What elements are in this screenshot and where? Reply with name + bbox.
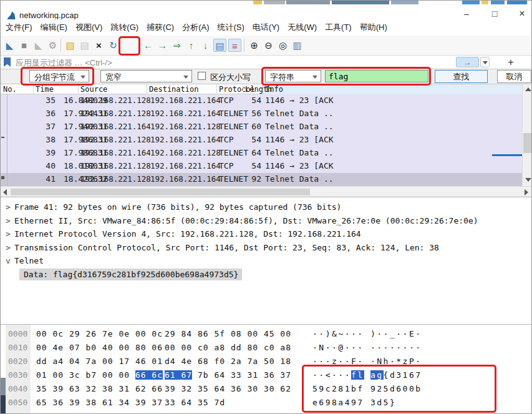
packet-list-header: No. Time Source Destination Protocol Len…	[1, 84, 532, 94]
minimize-button[interactable]: –	[456, 7, 477, 20]
go-back-icon[interactable]: ←	[142, 39, 155, 52]
go-first-icon[interactable]: ↑	[185, 39, 198, 52]
detail-frame[interactable]: > Frame 41: 92 bytes on wire (736 bits),…	[1, 201, 532, 214]
case-sensitive-checkbox[interactable]	[198, 72, 206, 80]
stream-indicator-line	[492, 154, 522, 156]
menu-view[interactable]: 视图(V)	[75, 22, 102, 33]
hex-row-0000[interactable]: 0000 00 0c 29 26 7e 0e 00 0c 29 84 86 5f…	[1, 327, 532, 341]
packet-list-hscrollbar[interactable]	[1, 186, 532, 197]
menu-help[interactable]: 帮助(H)	[360, 22, 387, 33]
bookmark-icon[interactable]	[4, 57, 11, 67]
go-forward-icon[interactable]: →	[156, 39, 169, 52]
column-divider[interactable]	[243, 84, 243, 94]
hex-row-0030[interactable]: 0030 01 00 3c b7 00 00 66 6c 61 67 7b 64…	[1, 368, 532, 382]
menu-telephony[interactable]: 电话(Y)	[253, 22, 279, 33]
cell-no: 40	[31, 161, 56, 170]
hex-row-0040[interactable]: 0040 35 39 63 32 38 31 62 66 39 32 35 64…	[1, 382, 532, 396]
detail-telnet-data-selected[interactable]: Data: flag{d316759c281bf925d600be698a497…	[1, 269, 532, 282]
menu-analyze[interactable]: 分析(A)	[182, 22, 209, 33]
zoom-out-icon[interactable]: ⊖	[262, 39, 275, 52]
column-time[interactable]: Time	[36, 85, 54, 94]
hex-row-0010[interactable]: 0010 00 4e 07 b0 40 00 80 06 00 00 c0 a8…	[1, 341, 532, 355]
display-filter-input[interactable]: 应用显示过滤器 … <Ctrl-/>	[16, 57, 112, 69]
menu-edit[interactable]: 编辑(E)	[41, 22, 67, 33]
detail-ip[interactable]: > Internet Protocol Version 4, Src: 192.…	[1, 228, 532, 241]
ascii-text: e698a497	[312, 398, 364, 407]
detail-telnet[interactable]: v Telnet	[1, 255, 532, 268]
go-to-packet-icon[interactable]: ⇒	[170, 39, 183, 52]
add-filter-button[interactable]: +	[505, 56, 517, 68]
menu-go[interactable]: 跳转(G)	[110, 22, 138, 33]
cell-destination: 192.168.221.164	[150, 135, 221, 144]
start-capture-icon[interactable]: ◣	[3, 39, 16, 52]
packet-row-35[interactable]: 35 16.848029 192.168.221.128 192.168.221…	[1, 94, 522, 107]
search-scope-select[interactable]: 分组字节流	[29, 70, 89, 82]
apply-filter-button[interactable]: →	[456, 57, 479, 67]
expander-icon[interactable]: v	[6, 256, 11, 265]
menu-wireless[interactable]: 无线(W)	[288, 22, 317, 33]
auto-scroll-icon[interactable]: ▤	[213, 39, 226, 52]
filter-history-dropdown[interactable]	[480, 57, 490, 67]
column-divider[interactable]	[263, 84, 263, 94]
vscroll-thumb[interactable]	[523, 133, 532, 153]
column-no[interactable]: No.	[3, 85, 17, 94]
detail-ethernet[interactable]: > Ethernet II, Src: VMware_84:86:5f (00:…	[1, 215, 532, 228]
maximize-button[interactable]: □	[484, 7, 505, 20]
zoom-reset-icon[interactable]: ◎	[276, 39, 289, 52]
resize-columns-icon[interactable]: ▥	[291, 39, 304, 52]
background-artifact	[332, 1, 389, 4]
search-input[interactable]	[325, 70, 428, 82]
menu-statistics[interactable]: 统计(S)	[217, 22, 244, 33]
column-source[interactable]: Source	[80, 85, 107, 94]
column-divider[interactable]	[33, 84, 34, 94]
find-button[interactable]: 查找	[435, 70, 488, 83]
hex-offset: 0010	[8, 341, 27, 355]
capture-options-icon[interactable]: ⚙	[46, 39, 59, 52]
cancel-button[interactable]: 取消	[497, 70, 531, 83]
expander-icon[interactable]: >	[6, 229, 11, 239]
packet-list-vscrollbar[interactable]	[522, 84, 532, 186]
toolbar-separator	[60, 39, 61, 52]
packet-row-37[interactable]: 37 17.940031 192.168.221.164 192.168.221…	[1, 121, 522, 134]
column-destination[interactable]: Destination	[149, 85, 198, 94]
close-file-icon[interactable]: ×	[92, 39, 105, 52]
go-last-icon[interactable]: ↓	[199, 39, 212, 52]
save-file-icon[interactable]: ▤	[78, 39, 91, 52]
restart-capture-icon[interactable]: ◣	[32, 39, 45, 52]
column-divider[interactable]	[216, 84, 217, 94]
packet-row-40[interactable]: 40 18.018031 192.168.221.128 192.168.221…	[1, 160, 522, 173]
expander-icon[interactable]: >	[6, 202, 11, 212]
packet-row-39[interactable]: 39 17.986831 192.168.221.164 192.168.221…	[1, 147, 522, 160]
stop-capture-icon[interactable]: ■	[17, 39, 31, 52]
search-type-select[interactable]: 字符串	[265, 70, 321, 82]
open-file-icon[interactable]: ▨	[64, 39, 77, 52]
zoom-in-icon[interactable]: ⊕	[248, 39, 261, 52]
scroll-right-icon[interactable]	[525, 189, 528, 195]
close-button[interactable]: ×	[511, 7, 532, 20]
menu-capture[interactable]: 捕获(C)	[147, 22, 174, 33]
hex-bytes: 01 00 3c b7 00 00	[36, 370, 135, 380]
hex-row-0020[interactable]: 0020 dd a4 04 7a 00 17 46 01 d4 4e 68 f0…	[1, 355, 532, 368]
column-info[interactable]: Info	[265, 85, 283, 94]
column-divider[interactable]	[147, 84, 147, 94]
detail-text: Frame 41: 92 bytes on wire (736 bits), 9…	[14, 202, 341, 212]
packet-row-41-selected[interactable]: 41 18.423632 192.168.221.128 192.168.221…	[1, 173, 522, 186]
hscroll-thumb[interactable]	[11, 189, 310, 195]
scroll-down-icon[interactable]	[525, 178, 531, 182]
menu-tools[interactable]: 工具(T)	[325, 22, 352, 33]
hex-offset: 0050	[8, 396, 27, 410]
colorize-icon[interactable]: ≡	[228, 39, 241, 52]
packet-row-38[interactable]: 38 17.986831 192.168.221.128 192.168.221…	[1, 134, 522, 147]
reload-file-icon[interactable]: ↻	[107, 39, 120, 52]
column-divider[interactable]	[78, 84, 79, 94]
charset-select[interactable]: 宽窄	[100, 70, 192, 82]
expander-icon[interactable]: >	[6, 243, 11, 252]
expander-icon[interactable]: >	[6, 216, 11, 225]
detail-tcp[interactable]: > Transmission Control Protocol, Src Por…	[1, 242, 532, 255]
hex-row-0050[interactable]: 0050 65 36 39 38 61 34 39 37 33 64 35 7d…	[1, 396, 532, 410]
scroll-left-icon[interactable]	[3, 189, 7, 195]
scroll-up-icon[interactable]	[525, 87, 531, 91]
menu-file[interactable]: 文件(F)	[6, 22, 32, 33]
cell-source: 192.168.221.128	[80, 161, 151, 170]
packet-row-36[interactable]: 36 17.924431 192.168.221.128 192.168.221…	[1, 107, 522, 121]
